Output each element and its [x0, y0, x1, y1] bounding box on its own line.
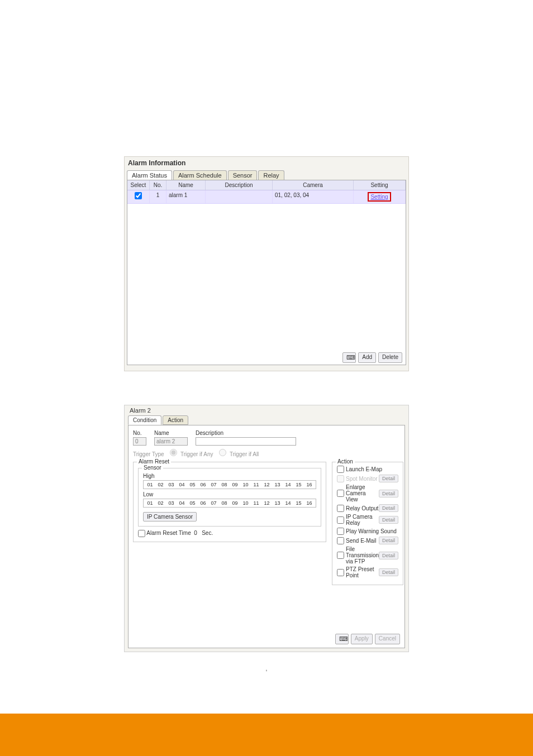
description-field[interactable]	[196, 437, 296, 446]
sensor-number[interactable]: 12	[263, 500, 271, 506]
row-description	[206, 190, 273, 203]
action-item: IP Camera RelayDetail	[337, 514, 398, 526]
detail-button[interactable]: Detail	[379, 537, 398, 544]
sensor-number[interactable]: 04	[178, 500, 186, 506]
alarm-information-window: Alarm Information Alarm Status Alarm Sch…	[124, 156, 409, 371]
sensor-number[interactable]: 14	[284, 500, 292, 506]
sensor-low-row[interactable]: 01020304050607080910111213141516	[143, 499, 316, 508]
sensor-number[interactable]: 10	[241, 500, 250, 506]
window-title: Alarm 2	[128, 407, 153, 414]
detail-button[interactable]: Detail	[379, 516, 398, 524]
sensor-number[interactable]: 15	[294, 482, 303, 487]
legend-action: Action	[336, 458, 355, 465]
action-label: Relay Output	[346, 505, 378, 511]
action-item: Relay OutputDetail	[337, 504, 398, 512]
action-checkbox[interactable]	[337, 528, 344, 535]
action-item: Play Warning Sound	[337, 528, 398, 535]
sensor-number[interactable]: 13	[273, 482, 282, 487]
add-button[interactable]: Add	[358, 352, 376, 363]
alarm-reset-time-checkbox[interactable]	[138, 530, 145, 537]
sensor-fieldset: Sensor High 0102030405060708091011121314…	[138, 468, 321, 527]
header-no: No.	[150, 180, 166, 190]
radio-trigger-any	[170, 449, 177, 456]
sensor-number[interactable]: 02	[156, 482, 165, 487]
sensor-number[interactable]: 12	[263, 482, 271, 487]
alarm-table-panel: Select No. Name Description Camera Setti…	[127, 180, 406, 365]
sensor-number[interactable]: 11	[252, 482, 260, 487]
action-label: Launch E-Map	[346, 466, 382, 472]
caption-line: ,	[34, 666, 499, 672]
sensor-high-row[interactable]: 01020304050607080910111213141516	[143, 480, 316, 489]
tab-action[interactable]: Action	[163, 415, 188, 425]
sensor-number[interactable]: 13	[273, 500, 282, 506]
sensor-number[interactable]: 06	[199, 482, 207, 487]
sensor-number[interactable]: 14	[284, 482, 292, 487]
sensor-number[interactable]: 07	[210, 500, 218, 506]
sensor-number[interactable]: 02	[156, 500, 165, 506]
header-select: Select	[127, 180, 150, 190]
tab-alarm-schedule[interactable]: Alarm Schedule	[173, 170, 227, 180]
action-checkbox[interactable]	[337, 537, 344, 544]
action-fieldset: Action Launch E-MapSpot MonitorDetailEnl…	[332, 462, 403, 585]
name-field[interactable]	[154, 437, 188, 446]
ip-camera-sensor-button[interactable]: IP Camera Sensor	[143, 512, 197, 521]
action-checkbox[interactable]	[337, 516, 344, 524]
table-row[interactable]: 1 alarm 1 01, 02, 03, 04 Setting	[127, 190, 406, 204]
detail-button[interactable]: Detail	[379, 568, 398, 576]
sensor-number[interactable]: 01	[146, 500, 154, 506]
dialog-button-row: ⌨ Apply Cancel	[335, 634, 400, 644]
detail-button[interactable]: Detail	[379, 552, 398, 559]
label-no: No.	[133, 430, 146, 436]
sensor-number[interactable]: 09	[231, 482, 239, 487]
sensor-number[interactable]: 08	[220, 482, 229, 487]
detail-button[interactable]: Detail	[379, 475, 398, 482]
setting-button[interactable]: Setting	[368, 192, 391, 202]
action-checkbox[interactable]	[337, 490, 344, 497]
delete-button[interactable]: Delete	[378, 352, 402, 363]
legend-sensor: Sensor	[142, 465, 163, 471]
row-no: 1	[150, 190, 166, 203]
sensor-number[interactable]: 16	[305, 482, 313, 487]
action-item: PTZ Preset PointDetail	[337, 566, 398, 578]
reset-time-value: 0	[194, 530, 197, 536]
sensor-number[interactable]: 10	[241, 482, 250, 487]
tab-sensor[interactable]: Sensor	[228, 170, 258, 180]
keyboard-icon[interactable]: ⌨	[342, 352, 356, 363]
action-checkbox[interactable]	[337, 552, 344, 559]
header-name: Name	[166, 180, 206, 190]
sensor-number[interactable]: 15	[294, 500, 303, 506]
row-checkbox[interactable]	[135, 192, 142, 199]
sensor-number[interactable]: 05	[188, 500, 197, 506]
sensor-number[interactable]: 05	[188, 482, 197, 487]
row-camera: 01, 02, 03, 04	[273, 190, 354, 203]
sensor-number[interactable]: 11	[252, 500, 260, 506]
sensor-number[interactable]: 06	[199, 500, 207, 506]
apply-button[interactable]: Apply	[351, 634, 373, 644]
tab-condition[interactable]: Condition	[128, 415, 161, 425]
sensor-number[interactable]: 03	[167, 500, 175, 506]
sensor-number[interactable]: 08	[220, 500, 229, 506]
tab-relay[interactable]: Relay	[258, 170, 284, 180]
action-checkbox[interactable]	[337, 569, 344, 576]
sensor-number[interactable]: 01	[146, 482, 154, 487]
sensor-number[interactable]: 09	[231, 500, 239, 506]
no-field	[133, 437, 146, 446]
header-setting: Setting	[354, 180, 406, 190]
tab-alarm-status[interactable]: Alarm Status	[127, 170, 172, 180]
action-checkbox	[337, 475, 344, 482]
trigger-type-row: Trigger Type Trigger if Any Trigger if A…	[133, 449, 400, 457]
sensor-number[interactable]: 04	[178, 482, 186, 487]
action-label: IP Camera Relay	[346, 514, 379, 526]
action-checkbox[interactable]	[337, 466, 344, 473]
detail-button[interactable]: Detail	[379, 504, 398, 512]
table-button-row: ⌨ Add Delete	[342, 352, 402, 363]
keyboard-icon[interactable]: ⌨	[335, 634, 349, 644]
cancel-button[interactable]: Cancel	[375, 634, 400, 644]
sensor-number[interactable]: 16	[305, 500, 313, 506]
header-description: Description	[206, 180, 273, 190]
detail-button[interactable]: Detail	[379, 490, 398, 497]
sensor-number[interactable]: 03	[167, 482, 175, 487]
sensor-number[interactable]: 07	[210, 482, 218, 487]
action-checkbox[interactable]	[337, 505, 344, 512]
label-description: Description	[196, 430, 296, 436]
